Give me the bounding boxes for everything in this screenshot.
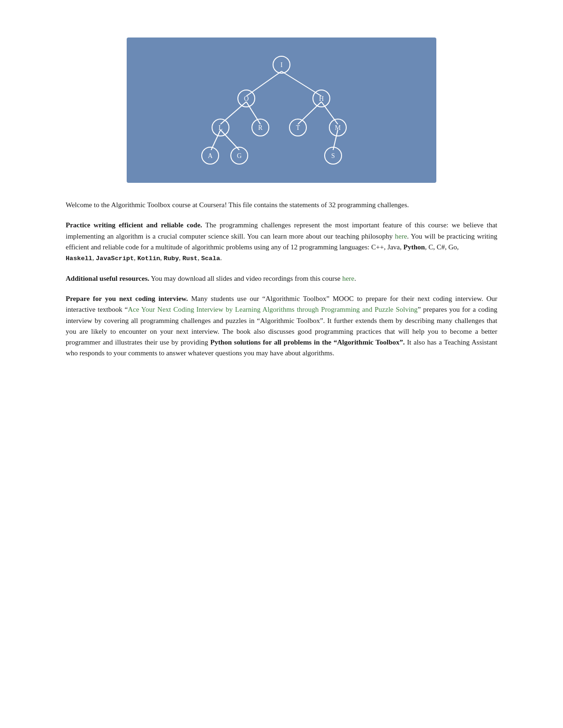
section3-bold2: Python solutions for all problems in the… xyxy=(210,338,405,346)
svg-text:H: H xyxy=(319,95,324,102)
intro-text: Welcome to the Algorithmic Toolbox cours… xyxy=(66,201,409,209)
section2-bold: Additional useful resources. xyxy=(66,275,149,282)
svg-text:M: M xyxy=(335,124,341,131)
svg-line-6 xyxy=(211,130,221,150)
svg-line-5 xyxy=(321,102,338,124)
svg-text:A: A xyxy=(208,152,213,159)
section3-link[interactable]: Ace Your Next Coding Interview by Learni… xyxy=(128,306,418,313)
svg-text:O: O xyxy=(244,95,249,102)
section2-link[interactable]: here xyxy=(342,275,354,282)
section1-link[interactable]: here xyxy=(395,233,407,240)
section1-bold: Practice writing efficient and reliable … xyxy=(66,221,202,229)
svg-line-3 xyxy=(246,102,260,124)
section2-text: You may download all slides and video re… xyxy=(149,275,342,282)
svg-text:R: R xyxy=(258,124,263,131)
section3-paragraph: Prepare for you next coding interview. M… xyxy=(66,293,497,359)
svg-text:S: S xyxy=(331,152,335,159)
svg-text:I: I xyxy=(281,61,283,68)
tree-svg: I O H L R T M A G xyxy=(178,52,385,169)
section1-paragraph: Practice writing efficient and reliable … xyxy=(66,220,497,264)
svg-line-4 xyxy=(298,102,321,124)
svg-text:L: L xyxy=(219,124,223,131)
page: I O H L R T M A G xyxy=(0,0,563,728)
svg-line-2 xyxy=(221,102,246,124)
section2-paragraph: Additional useful resources. You may dow… xyxy=(66,273,497,284)
intro-paragraph: Welcome to the Algorithmic Toolbox cours… xyxy=(66,200,497,210)
section3-bold: Prepare for you next coding interview. xyxy=(66,295,188,302)
svg-text:T: T xyxy=(296,124,300,131)
section2-text2: . xyxy=(354,275,356,282)
svg-text:G: G xyxy=(237,152,242,159)
svg-line-7 xyxy=(221,130,239,150)
tree-diagram: I O H L R T M A G xyxy=(127,38,436,183)
